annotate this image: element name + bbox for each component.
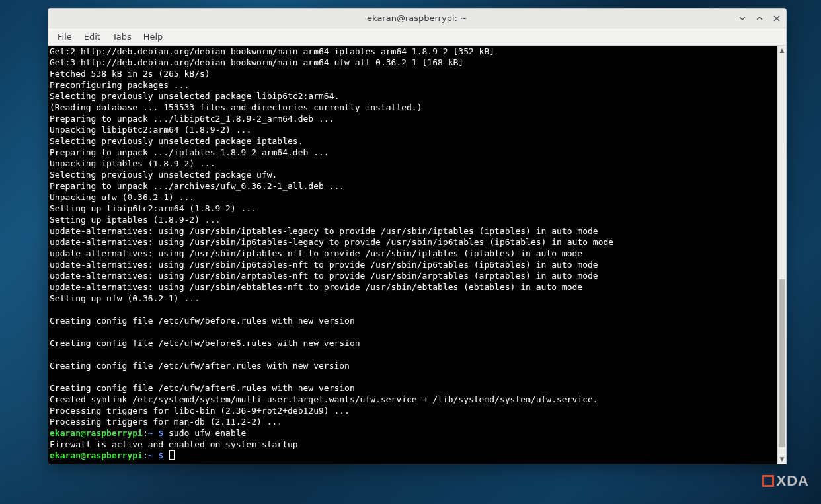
scroll-down-button[interactable]: ▼: [778, 454, 786, 464]
menu-tabs[interactable]: Tabs: [107, 30, 137, 44]
menubar: File Edit Tabs Help: [48, 28, 786, 46]
xda-logo-text: XDA: [777, 472, 809, 489]
chevron-up-icon: [756, 15, 763, 22]
window-title: ekaran@raspberrypi: ~: [367, 13, 467, 23]
scroll-thumb[interactable]: [779, 279, 785, 447]
maximize-button[interactable]: [754, 13, 765, 24]
titlebar-controls: [737, 9, 782, 28]
chevron-down-icon: [738, 15, 746, 22]
minimize-button[interactable]: [737, 13, 748, 24]
scroll-up-button[interactable]: ▲: [778, 46, 786, 55]
terminal-cursor: [169, 450, 175, 460]
close-button[interactable]: [771, 13, 782, 24]
terminal-window: ekaran@raspberrypi: ~ File Edit Tabs Hel…: [48, 8, 787, 464]
menu-edit[interactable]: Edit: [79, 30, 106, 44]
menu-file[interactable]: File: [52, 30, 77, 44]
terminal-body-wrap: Get:2 http://deb.debian.org/debian bookw…: [48, 46, 786, 464]
xda-logo-icon: [762, 475, 774, 487]
menu-help[interactable]: Help: [138, 30, 169, 44]
titlebar[interactable]: ekaran@raspberrypi: ~: [48, 9, 786, 28]
scrollbar[interactable]: ▲ ▼: [777, 46, 786, 464]
xda-watermark: XDA: [762, 472, 809, 489]
terminal-output[interactable]: Get:2 http://deb.debian.org/debian bookw…: [48, 46, 777, 464]
close-icon: [773, 15, 781, 22]
